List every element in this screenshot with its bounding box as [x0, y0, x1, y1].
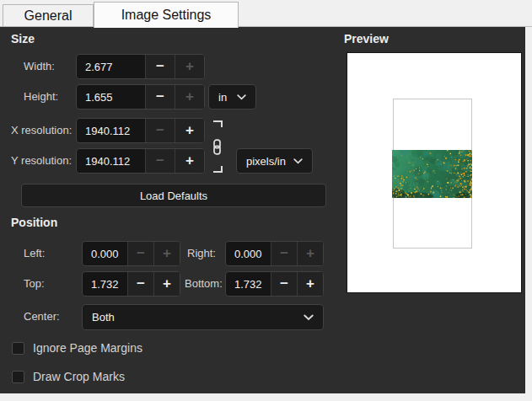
width-input[interactable]: 2.677	[77, 55, 145, 78]
center-label: Center:	[24, 304, 60, 329]
chevron-down-icon	[293, 158, 303, 164]
ignore-page-margins-option[interactable]: Ignore Page Margins	[12, 341, 142, 355]
minus-icon: −	[280, 245, 288, 262]
size-section-heading: Size	[11, 32, 35, 45]
resolution-unit-value: pixels/in	[246, 155, 286, 168]
bottom-label: Bottom:	[185, 271, 223, 297]
bottom-input[interactable]: 1.732	[226, 272, 271, 296]
draw-crop-marks-label: Draw Crop Marks	[33, 370, 125, 383]
resolution-unit-select[interactable]: pixels/in	[236, 148, 313, 174]
left-label: Left:	[24, 241, 45, 266]
plus-icon: +	[185, 88, 194, 105]
size-unit-value: in	[218, 91, 227, 104]
plus-icon: +	[185, 152, 194, 169]
right-label: Right:	[187, 241, 216, 266]
bottom-increment-button[interactable]: +	[297, 272, 323, 296]
right-spinbox: 0.000 − +	[225, 241, 324, 266]
minus-icon: −	[137, 275, 145, 292]
load-defaults-button[interactable]: Load Defaults	[21, 184, 326, 207]
y-resolution-increment-button[interactable]: +	[175, 149, 204, 173]
bottom-decrement-button[interactable]: −	[271, 272, 297, 296]
x-resolution-increment-button[interactable]: +	[175, 119, 204, 142]
width-increment-button[interactable]: +	[175, 55, 204, 78]
right-decrement-button[interactable]: −	[271, 242, 297, 265]
plus-icon: +	[306, 245, 314, 262]
position-section-heading: Position	[11, 216, 57, 229]
ignore-page-margins-label: Ignore Page Margins	[33, 341, 142, 355]
size-unit-select[interactable]: in	[208, 84, 256, 110]
x-resolution-input[interactable]: 1940.112	[77, 119, 145, 142]
height-spinbox: 1.655 − +	[76, 84, 205, 110]
chevron-down-icon	[304, 314, 314, 321]
y-resolution-spinbox: 1940.112 − +	[76, 148, 205, 174]
link-bracket-bottom-icon	[213, 166, 223, 173]
center-select[interactable]: Both	[82, 304, 324, 330]
chain-link-icon	[212, 139, 223, 155]
preview-page	[347, 52, 522, 293]
minus-icon: −	[280, 275, 288, 292]
minus-icon: −	[156, 152, 164, 169]
plus-icon: +	[185, 122, 194, 139]
top-label: Top:	[24, 271, 45, 297]
left-input[interactable]: 0.000	[83, 242, 127, 265]
plus-icon: +	[185, 58, 194, 75]
bottom-spinbox: 1.732 − +	[225, 271, 324, 297]
tab-image-settings[interactable]: Image Settings	[94, 2, 239, 28]
plus-icon: +	[163, 275, 171, 292]
top-input[interactable]: 1.732	[83, 272, 127, 296]
preview-section-heading: Preview	[344, 32, 389, 45]
left-increment-button[interactable]: +	[153, 242, 180, 265]
x-resolution-spinbox: 1940.112 − +	[76, 118, 205, 143]
tab-bar: General Image Settings	[0, 0, 532, 27]
image-settings-dialog: General Image Settings Size Width: 2.677…	[0, 0, 532, 401]
right-input[interactable]: 0.000	[226, 242, 271, 265]
draw-crop-marks-checkbox[interactable]	[12, 371, 24, 383]
height-decrement-button[interactable]: −	[145, 85, 175, 109]
plus-icon: +	[306, 275, 314, 292]
width-decrement-button[interactable]: −	[145, 55, 175, 78]
width-label: Width:	[24, 54, 55, 79]
tab-general[interactable]: General	[3, 4, 94, 27]
y-resolution-label: Y resolution:	[11, 148, 72, 174]
chevron-down-icon	[237, 94, 246, 100]
top-decrement-button[interactable]: −	[127, 272, 153, 296]
height-increment-button[interactable]: +	[175, 85, 204, 109]
height-input[interactable]: 1.655	[77, 85, 145, 109]
ignore-page-margins-checkbox[interactable]	[12, 342, 24, 355]
top-increment-button[interactable]: +	[153, 272, 180, 296]
width-spinbox: 2.677 − +	[76, 54, 205, 79]
link-bracket-top-icon	[213, 120, 223, 127]
minus-icon: −	[156, 122, 164, 139]
preview-image	[392, 150, 472, 198]
minus-icon: −	[156, 58, 164, 75]
y-resolution-decrement-button[interactable]: −	[145, 149, 175, 173]
draw-crop-marks-option[interactable]: Draw Crop Marks	[12, 370, 125, 383]
top-spinbox: 1.732 − +	[82, 271, 180, 297]
plus-icon: +	[163, 245, 171, 262]
height-label: Height:	[24, 84, 58, 110]
left-decrement-button[interactable]: −	[127, 242, 153, 265]
center-value: Both	[92, 311, 115, 323]
left-spinbox: 0.000 − +	[82, 241, 180, 266]
minus-icon: −	[137, 245, 145, 262]
resolution-link-toggle[interactable]	[211, 120, 223, 173]
y-resolution-input[interactable]: 1940.112	[77, 149, 145, 173]
settings-panel: Size Width: 2.677 − + Height: 1.655 − + …	[0, 27, 525, 393]
x-resolution-label: X resolution:	[11, 118, 72, 143]
right-increment-button[interactable]: +	[297, 242, 323, 265]
minus-icon: −	[156, 88, 164, 105]
x-resolution-decrement-button[interactable]: −	[145, 119, 175, 142]
